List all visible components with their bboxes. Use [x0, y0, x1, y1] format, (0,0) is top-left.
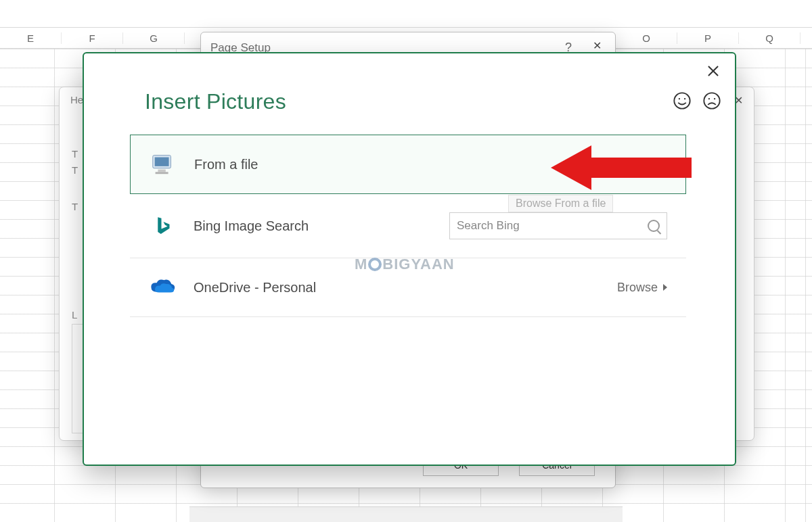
search-icon: [648, 220, 660, 232]
browse-button[interactable]: Browse: [617, 281, 667, 295]
col-header[interactable]: G: [123, 32, 185, 44]
close-icon[interactable]: [705, 63, 721, 79]
feedback-frown-icon[interactable]: [702, 91, 721, 110]
bing-icon: [149, 212, 176, 239]
search-placeholder: Search Bing: [457, 219, 520, 233]
svg-rect-8: [158, 170, 165, 172]
svg-point-4: [708, 98, 710, 99]
tooltip: Browse From a file: [508, 195, 613, 212]
option-label: From a file: [194, 157, 613, 172]
col-header[interactable]: R: [800, 32, 812, 44]
watermark: MBIGYAAN: [355, 256, 455, 273]
computer-icon: [150, 151, 177, 178]
option-label: Bing Image Search: [194, 218, 449, 234]
browse-button[interactable]: Browse: [613, 158, 667, 172]
svg-point-3: [704, 93, 719, 108]
header-label-fragment: L: [72, 309, 77, 321]
browse-label: Browse: [613, 158, 657, 172]
onedrive-icon: [149, 274, 176, 301]
col-header[interactable]: O: [616, 32, 677, 44]
header-dialog-title: He: [70, 94, 83, 105]
feedback-smile-icon[interactable]: [673, 91, 692, 110]
col-header[interactable]: E: [0, 32, 62, 44]
svg-point-0: [674, 93, 690, 108]
header-text-fragment: T: [72, 164, 78, 176]
insert-pictures-dialog: Insert Pictures From: [83, 52, 736, 466]
formula-bar-area: [0, 0, 812, 27]
header-text-fragment: T: [72, 201, 78, 212]
col-header[interactable]: F: [62, 32, 123, 44]
option-from-file[interactable]: From a file Browse: [130, 135, 686, 194]
svg-point-5: [714, 98, 715, 99]
bing-search-input[interactable]: Search Bing: [449, 212, 667, 239]
col-header[interactable]: Q: [739, 32, 800, 44]
close-icon[interactable]: ✕: [587, 39, 607, 52]
chevron-right-icon: [663, 284, 667, 291]
chevron-right-icon: [662, 161, 667, 168]
col-header[interactable]: P: [677, 32, 739, 44]
dialog-title: Insert Pictures: [145, 89, 286, 114]
horizontal-scrollbar[interactable]: [189, 506, 623, 522]
option-label: OneDrive - Personal: [194, 280, 617, 295]
header-text-fragment: T: [72, 148, 78, 160]
browse-label: Browse: [617, 281, 658, 295]
svg-rect-9: [156, 172, 168, 174]
svg-point-1: [679, 98, 680, 99]
svg-rect-7: [155, 158, 169, 166]
svg-point-2: [684, 98, 685, 99]
